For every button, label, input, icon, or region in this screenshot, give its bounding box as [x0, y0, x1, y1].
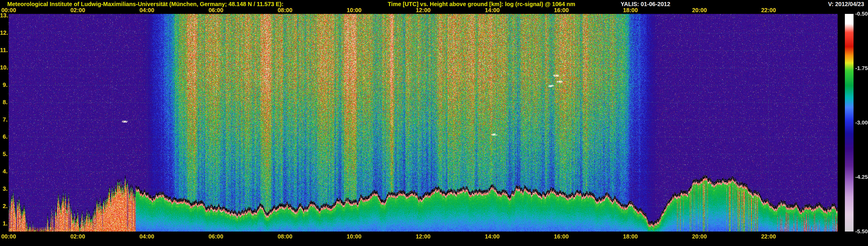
institute-label: Meteorological Institute of Ludwig-Maxim… — [7, 1, 283, 7]
top-time-tick-label: 00:00 — [0, 7, 19, 13]
top-time-tick-label: 16:00 — [552, 7, 571, 13]
top-time-axis: 00:0002:0004:0006:0008:0010:0012:0014:00… — [0, 7, 868, 14]
top-time-tick-label: 04:00 — [137, 7, 157, 13]
top-time-tick-label: 20:00 — [690, 7, 709, 13]
bottom-time-tick-label: 02:00 — [68, 233, 88, 240]
colorbar-tick-label: -5.50 — [855, 228, 868, 235]
bottom-time-tick-label: 18:00 — [621, 233, 640, 240]
bottom-time-tick-label: 00:00 — [0, 233, 19, 240]
bottom-time-axis: 00:0002:0004:0006:0008:0010:0012:0014:00… — [0, 233, 868, 240]
height-tick-label: 13. — [0, 12, 7, 19]
top-time-tick-label: 06:00 — [206, 7, 226, 13]
top-time-tick-label: 02:00 — [68, 7, 88, 13]
height-tick-label: 9. — [0, 82, 7, 88]
top-time-tick-label: 18:00 — [621, 7, 640, 13]
colorbar-tick-label: -4.25 — [855, 174, 868, 180]
colorbar-tick-label: -0.50 — [855, 11, 868, 17]
bottom-time-tick-label: 12:00 — [413, 233, 433, 240]
bottom-time-tick-label: 20:00 — [690, 233, 709, 240]
top-time-tick-label: 22:00 — [758, 7, 778, 13]
height-tick-label: 3. — [0, 186, 7, 192]
colorbar-tick-label: -3.00 — [855, 120, 868, 126]
colorbar-tick-label: -1.75 — [855, 65, 868, 71]
lidar-quicklook-screen: Meteorological Institute of Ludwig-Maxim… — [0, 0, 868, 246]
version-label: V: 2012/04/23 — [828, 1, 864, 7]
heatmap-plot — [9, 14, 838, 232]
colorbar — [845, 14, 854, 232]
height-tick-label: 8. — [0, 99, 7, 105]
height-tick-label: 6. — [0, 133, 7, 140]
top-time-tick-label: 08:00 — [275, 7, 295, 13]
height-tick-label: 12. — [0, 30, 7, 36]
height-tick-label: 5. — [0, 151, 7, 157]
height-tick-label: 7. — [0, 116, 7, 123]
top-time-tick-label: 12:00 — [413, 7, 433, 13]
bottom-time-tick-label: 06:00 — [206, 233, 226, 240]
bottom-time-tick-label: 16:00 — [552, 233, 571, 240]
height-tick-label: 1. — [0, 220, 7, 227]
plot-title: Time [UTC] vs. Height above ground [km]:… — [388, 1, 575, 7]
bottom-time-tick-label: 14:00 — [482, 233, 502, 240]
bottom-time-tick-label: 22:00 — [758, 233, 778, 240]
top-time-tick-label: 10:00 — [344, 7, 364, 13]
bottom-time-tick-label: 04:00 — [137, 233, 157, 240]
bottom-time-tick-label: 10:00 — [344, 233, 364, 240]
height-tick-label: 10. — [0, 64, 7, 71]
system-date-label: YALIS: 01-06-2012 — [621, 1, 671, 7]
height-tick-label: 11. — [0, 47, 7, 54]
height-tick-label: 4. — [0, 168, 7, 175]
height-tick-label: 2. — [0, 203, 7, 210]
bottom-time-tick-label: 08:00 — [275, 233, 295, 240]
top-time-tick-label: 14:00 — [482, 7, 502, 13]
